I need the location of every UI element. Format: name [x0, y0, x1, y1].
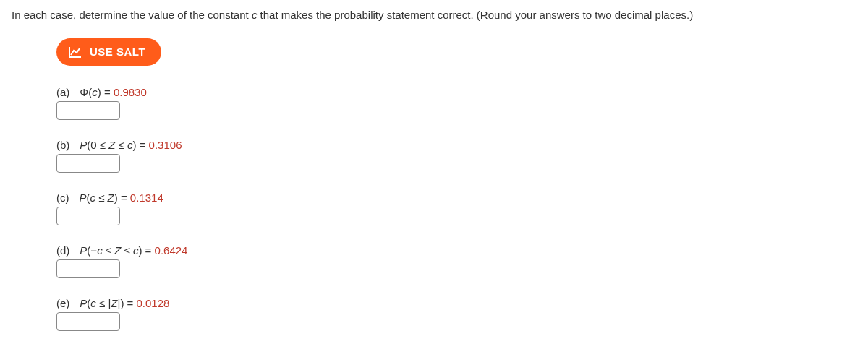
problems-container: (a) Φ(c) = 0.9830 (b) P(0 ≤ Z ≤ c) = 0.3… — [56, 86, 856, 331]
answer-input-e[interactable] — [56, 312, 120, 331]
expr-value: 0.9830 — [114, 86, 147, 98]
expr-text: ) = — [138, 244, 154, 257]
problem-d-label: (d) — [56, 244, 69, 257]
problem-c-label: (c) — [56, 191, 69, 204]
problem-d-line: (d) P(−c ≤ Z ≤ c) = 0.6424 — [56, 244, 856, 257]
problem-e-line: (e) P(c ≤ |Z|) = 0.0128 — [56, 297, 856, 309]
answer-input-a[interactable] — [56, 101, 120, 120]
answer-input-b[interactable] — [56, 154, 120, 173]
expr-value: 0.3106 — [149, 139, 182, 151]
problem-c-line: (c) P(c ≤ Z) = 0.1314 — [56, 191, 856, 204]
expr-var: c — [97, 244, 103, 257]
expr-value: 0.0128 — [137, 297, 170, 309]
expr-value: 0.1314 — [130, 191, 163, 204]
problem-a-label: (a) — [56, 86, 69, 98]
problem-e: (e) P(c ≤ |Z|) = 0.0128 — [56, 297, 856, 331]
expr-var: c — [127, 139, 133, 151]
use-salt-label: USE SALT — [90, 46, 145, 58]
expr-text: P — [80, 244, 87, 257]
expr-var: c — [92, 86, 98, 98]
expr-text: ) = — [133, 139, 149, 151]
problem-e-expression: P(c ≤ |Z|) = 0.0128 — [80, 297, 169, 309]
expr-var: c — [90, 191, 96, 204]
expr-text: Φ( — [80, 86, 92, 98]
expr-var: Z — [114, 244, 121, 257]
expr-text: (0 ≤ — [87, 139, 109, 151]
problem-b-expression: P(0 ≤ Z ≤ c) = 0.3106 — [80, 139, 182, 151]
expr-text: ) = — [114, 191, 130, 204]
instruction-text: In each case, determine the value of the… — [12, 7, 856, 24]
problem-a: (a) Φ(c) = 0.9830 — [56, 86, 856, 120]
instruction-suffix: that makes the probability statement cor… — [257, 9, 693, 21]
expr-var: Z — [108, 191, 114, 204]
expr-text: ) = — [98, 86, 114, 98]
expr-text: P — [80, 191, 87, 204]
expr-var: c — [90, 297, 96, 309]
problem-d-expression: P(−c ≤ Z ≤ c) = 0.6424 — [80, 244, 187, 257]
use-salt-button[interactable]: USE SALT — [56, 38, 161, 66]
problem-b-line: (b) P(0 ≤ Z ≤ c) = 0.3106 — [56, 139, 856, 151]
expr-text: P — [80, 297, 87, 309]
expr-text: ≤ | — [96, 297, 111, 309]
expr-value: 0.6424 — [155, 244, 188, 257]
instruction-prefix: In each case, determine the value of the… — [12, 9, 252, 21]
problem-c: (c) P(c ≤ Z) = 0.1314 — [56, 191, 856, 225]
expr-text: |) = — [118, 297, 137, 309]
expr-text: ≤ — [103, 244, 115, 257]
chart-icon — [68, 46, 82, 59]
expr-text: ≤ — [115, 139, 127, 151]
expr-text: (− — [87, 244, 97, 257]
problem-a-expression: Φ(c) = 0.9830 — [80, 86, 146, 98]
problem-b-label: (b) — [56, 139, 69, 151]
answer-input-d[interactable] — [56, 259, 120, 278]
problem-a-line: (a) Φ(c) = 0.9830 — [56, 86, 856, 98]
expr-text: ≤ — [121, 244, 133, 257]
expr-text: ≤ — [95, 191, 108, 204]
expr-text: P — [80, 139, 87, 151]
problem-e-label: (e) — [56, 297, 69, 309]
answer-input-c[interactable] — [56, 207, 120, 225]
problem-b: (b) P(0 ≤ Z ≤ c) = 0.3106 — [56, 139, 856, 173]
problem-d: (d) P(−c ≤ Z ≤ c) = 0.6424 — [56, 244, 856, 278]
expr-var: Z — [111, 297, 117, 309]
problem-c-expression: P(c ≤ Z) = 0.1314 — [80, 191, 163, 204]
